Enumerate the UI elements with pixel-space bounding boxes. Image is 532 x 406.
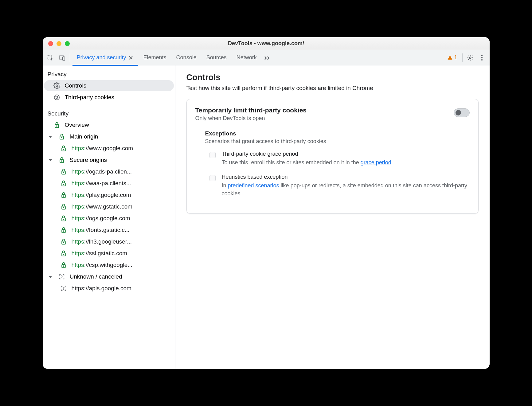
exception-desc: To use this, enroll this site or sites e… bbox=[222, 158, 470, 166]
grace-period-checkbox[interactable] bbox=[209, 152, 216, 158]
origin-url: https://ogs.google.com bbox=[72, 215, 130, 222]
svg-rect-4 bbox=[450, 59, 451, 59]
tab-label: Console bbox=[176, 54, 197, 61]
svg-rect-2 bbox=[62, 57, 65, 60]
svg-point-32 bbox=[63, 219, 64, 220]
warning-count[interactable]: 1 bbox=[445, 54, 460, 61]
origin-url: https://ogads-pa.clien... bbox=[72, 168, 132, 175]
grace-period-link[interactable]: grace period bbox=[361, 159, 391, 166]
sidebar-group-unknown[interactable]: ? Unknown / canceled bbox=[44, 271, 174, 282]
maximize-window-button[interactable] bbox=[65, 41, 70, 46]
exceptions-subtitle: Scenarios that grant access to third-par… bbox=[205, 138, 470, 145]
sidebar-origin-item[interactable]: https://ogads-pa.clien... bbox=[44, 166, 174, 177]
sidebar-origin-item[interactable]: https://waa-pa.clients... bbox=[44, 178, 174, 189]
tab-network[interactable]: Network bbox=[232, 50, 261, 65]
origin-url: https://apis.google.com bbox=[72, 285, 131, 292]
close-window-button[interactable] bbox=[48, 41, 53, 46]
device-toolbar-icon[interactable] bbox=[57, 53, 67, 63]
lock-icon bbox=[59, 226, 68, 234]
svg-text:?: ? bbox=[62, 287, 64, 290]
svg-text:?: ? bbox=[61, 275, 62, 279]
card-title: Temporarily limit third-party cookies bbox=[195, 107, 307, 114]
origin-url: https://fonts.gstatic.c... bbox=[72, 227, 130, 233]
lock-icon bbox=[59, 238, 68, 245]
heuristics-checkbox[interactable] bbox=[209, 175, 216, 181]
inspect-element-icon[interactable] bbox=[45, 53, 56, 63]
svg-point-26 bbox=[63, 184, 64, 185]
sidebar-item-overview[interactable]: Overview bbox=[44, 119, 174, 131]
main-panel: Controls Test how this site will perform… bbox=[175, 65, 490, 369]
exceptions-title: Exceptions bbox=[205, 130, 470, 137]
exception-title: Third-party cookie grace period bbox=[222, 151, 470, 157]
origin-url: https://lh3.googleuser... bbox=[72, 238, 132, 245]
sidebar-origin-item[interactable]: https://lh3.googleuser... bbox=[44, 236, 174, 247]
sidebar-origin-item[interactable]: https://play.google.com bbox=[44, 189, 174, 201]
tab-console[interactable]: Console bbox=[172, 50, 201, 65]
svg-point-16 bbox=[56, 126, 57, 126]
sidebar-origin-item[interactable]: https://www.google.com bbox=[44, 143, 174, 154]
sidebar-origin-item[interactable]: https://ssl.gstatic.com bbox=[44, 248, 174, 259]
svg-point-28 bbox=[63, 196, 64, 196]
exception-desc: In predefined scenarios like pop-ups or … bbox=[222, 182, 470, 197]
chevron-down-icon bbox=[47, 133, 54, 140]
svg-point-24 bbox=[63, 172, 64, 173]
svg-point-20 bbox=[63, 149, 64, 150]
more-tabs-icon[interactable] bbox=[262, 53, 273, 63]
chevron-down-icon bbox=[47, 157, 54, 163]
svg-point-34 bbox=[63, 231, 64, 231]
window-title: DevTools - www.google.com/ bbox=[43, 40, 490, 47]
tab-privacy-security[interactable]: Privacy and security bbox=[72, 50, 138, 66]
lock-icon bbox=[59, 145, 68, 152]
sidebar-item-controls[interactable]: Controls bbox=[44, 80, 174, 91]
close-tab-icon[interactable] bbox=[128, 56, 134, 60]
lock-icon bbox=[57, 156, 66, 164]
svg-point-40 bbox=[63, 266, 64, 266]
sidebar-origin-item[interactable]: https://csp.withgoogle... bbox=[44, 260, 174, 271]
limit-cookies-toggle[interactable] bbox=[454, 108, 470, 117]
sidebar-section-privacy: Privacy bbox=[43, 68, 175, 80]
svg-point-30 bbox=[63, 207, 64, 208]
sidebar: Privacy Controls bbox=[43, 65, 175, 369]
lock-icon bbox=[59, 168, 68, 175]
svg-point-8 bbox=[481, 59, 482, 60]
page-title: Controls bbox=[186, 73, 479, 82]
tab-elements[interactable]: Elements bbox=[139, 50, 171, 65]
cookies-card: Temporarily limit third-party cookies On… bbox=[186, 99, 479, 214]
tab-sources[interactable]: Sources bbox=[202, 50, 231, 65]
settings-icon[interactable] bbox=[465, 53, 475, 63]
sidebar-group-secure-origins[interactable]: Secure origins bbox=[44, 154, 174, 166]
origin-url: https://www.google.com bbox=[72, 145, 133, 152]
tab-label: Privacy and security bbox=[77, 54, 126, 61]
devtools-window: DevTools - www.google.com/ Privacy and s… bbox=[43, 37, 490, 369]
sidebar-origin-item[interactable]: https://www.gstatic.com bbox=[44, 201, 174, 212]
origin-url: https://www.gstatic.com bbox=[72, 203, 133, 210]
sidebar-group-main-origin[interactable]: Main origin bbox=[44, 131, 174, 142]
lock-icon bbox=[59, 250, 68, 257]
warning-count-value: 1 bbox=[454, 54, 457, 61]
svg-point-36 bbox=[63, 242, 64, 243]
exception-row: Third-party cookie grace period To use t… bbox=[205, 151, 470, 166]
lock-icon bbox=[59, 215, 68, 222]
svg-point-9 bbox=[56, 85, 58, 87]
titlebar: DevTools - www.google.com/ bbox=[43, 37, 490, 50]
sidebar-origin-item[interactable]: https://ogs.google.com bbox=[44, 213, 174, 224]
origin-url: https://play.google.com bbox=[72, 192, 131, 198]
svg-point-14 bbox=[57, 98, 58, 98]
tab-label: Sources bbox=[206, 54, 227, 61]
sidebar-origin-item[interactable]: https://fonts.gstatic.c... bbox=[44, 224, 174, 236]
tab-label: Network bbox=[237, 54, 257, 61]
svg-point-12 bbox=[57, 96, 57, 97]
svg-point-7 bbox=[481, 57, 482, 58]
svg-point-22 bbox=[61, 161, 62, 161]
kebab-menu-icon[interactable] bbox=[477, 53, 487, 63]
sidebar-group-label: Secure origins bbox=[70, 157, 107, 163]
sidebar-origin-item[interactable]: ?https://apis.google.com bbox=[44, 283, 174, 294]
predefined-scenarios-link[interactable]: predefined scenarios bbox=[228, 182, 279, 189]
lock-icon bbox=[59, 261, 68, 269]
lock-icon bbox=[59, 180, 68, 187]
page-subtitle: Test how this site will perform if third… bbox=[186, 85, 479, 92]
sidebar-item-third-party-cookies[interactable]: Third-party cookies bbox=[44, 92, 174, 103]
minimize-window-button[interactable] bbox=[57, 41, 61, 46]
exception-title: Heuristics based exception bbox=[222, 174, 470, 180]
origin-url: https://ssl.gstatic.com bbox=[72, 250, 127, 257]
